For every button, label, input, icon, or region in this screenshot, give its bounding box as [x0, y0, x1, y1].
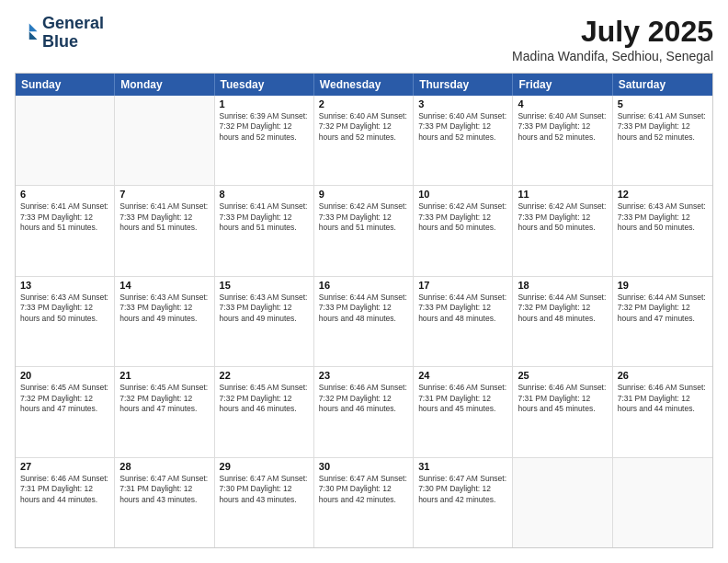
day-info: Sunrise: 6:40 AM Sunset: 7:32 PM Dayligh… [319, 111, 408, 143]
day-info: Sunrise: 6:43 AM Sunset: 7:33 PM Dayligh… [618, 201, 708, 233]
calendar-empty-cell [115, 96, 214, 185]
day-number: 10 [418, 189, 507, 200]
calendar-day-21: 21Sunrise: 6:45 AM Sunset: 7:32 PM Dayli… [115, 367, 214, 456]
calendar-body: 1Sunrise: 6:39 AM Sunset: 7:32 PM Daylig… [16, 96, 712, 547]
calendar-day-7: 7Sunrise: 6:41 AM Sunset: 7:33 PM Daylig… [115, 186, 214, 275]
day-number: 16 [319, 280, 408, 291]
calendar-day-31: 31Sunrise: 6:47 AM Sunset: 7:30 PM Dayli… [414, 458, 513, 547]
calendar-day-18: 18Sunrise: 6:44 AM Sunset: 7:32 PM Dayli… [513, 277, 612, 366]
day-number: 11 [518, 189, 607, 200]
svg-marker-0 [29, 23, 38, 31]
day-info: Sunrise: 6:44 AM Sunset: 7:33 PM Dayligh… [319, 293, 408, 324]
calendar-day-28: 28Sunrise: 6:47 AM Sunset: 7:31 PM Dayli… [115, 458, 214, 547]
calendar-day-17: 17Sunrise: 6:44 AM Sunset: 7:33 PM Dayli… [414, 277, 513, 366]
day-info: Sunrise: 6:47 AM Sunset: 7:31 PM Dayligh… [119, 474, 209, 505]
day-number: 15 [220, 280, 309, 291]
day-info: Sunrise: 6:43 AM Sunset: 7:33 PM Dayligh… [220, 293, 309, 324]
title-block: July 2025 Madina Wandifa, Sedhiou, Seneg… [512, 15, 713, 63]
calendar-day-4: 4Sunrise: 6:40 AM Sunset: 7:33 PM Daylig… [513, 96, 612, 185]
day-number: 29 [220, 461, 309, 472]
header-cell-friday: Friday [513, 74, 612, 96]
calendar-day-29: 29Sunrise: 6:47 AM Sunset: 7:30 PM Dayli… [215, 458, 314, 547]
calendar-empty-cell [16, 96, 115, 185]
day-number: 31 [418, 461, 507, 472]
header-cell-wednesday: Wednesday [314, 74, 414, 96]
header-cell-saturday: Saturday [613, 74, 712, 96]
calendar-day-22: 22Sunrise: 6:45 AM Sunset: 7:32 PM Dayli… [215, 367, 314, 456]
day-number: 28 [119, 461, 209, 472]
day-info: Sunrise: 6:45 AM Sunset: 7:32 PM Dayligh… [20, 383, 109, 414]
calendar-day-8: 8Sunrise: 6:41 AM Sunset: 7:33 PM Daylig… [215, 186, 314, 275]
header-cell-monday: Monday [115, 74, 214, 96]
day-info: Sunrise: 6:43 AM Sunset: 7:33 PM Dayligh… [20, 293, 109, 324]
calendar-day-1: 1Sunrise: 6:39 AM Sunset: 7:32 PM Daylig… [215, 96, 314, 185]
calendar-day-14: 14Sunrise: 6:43 AM Sunset: 7:33 PM Dayli… [115, 277, 214, 366]
calendar-day-6: 6Sunrise: 6:41 AM Sunset: 7:33 PM Daylig… [16, 186, 115, 275]
day-number: 7 [119, 189, 209, 200]
day-number: 5 [618, 98, 708, 109]
day-number: 24 [418, 370, 507, 381]
day-info: Sunrise: 6:47 AM Sunset: 7:30 PM Dayligh… [319, 474, 408, 505]
day-info: Sunrise: 6:45 AM Sunset: 7:32 PM Dayligh… [220, 383, 309, 414]
day-number: 12 [618, 189, 708, 200]
location-title: Madina Wandifa, Sedhiou, Senegal [512, 49, 713, 63]
day-number: 13 [20, 280, 109, 291]
day-number: 25 [518, 370, 607, 381]
day-number: 30 [319, 461, 408, 472]
calendar-empty-cell [613, 458, 712, 547]
calendar-day-25: 25Sunrise: 6:46 AM Sunset: 7:31 PM Dayli… [513, 367, 612, 456]
calendar-header: SundayMondayTuesdayWednesdayThursdayFrid… [16, 74, 712, 96]
day-info: Sunrise: 6:45 AM Sunset: 7:32 PM Dayligh… [119, 383, 209, 414]
calendar-day-23: 23Sunrise: 6:46 AM Sunset: 7:32 PM Dayli… [314, 367, 414, 456]
calendar-day-16: 16Sunrise: 6:44 AM Sunset: 7:33 PM Dayli… [314, 277, 414, 366]
header-cell-sunday: Sunday [16, 74, 115, 96]
calendar-day-30: 30Sunrise: 6:47 AM Sunset: 7:30 PM Dayli… [314, 458, 414, 547]
calendar-week-5: 27Sunrise: 6:46 AM Sunset: 7:31 PM Dayli… [16, 458, 712, 547]
calendar-day-19: 19Sunrise: 6:44 AM Sunset: 7:32 PM Dayli… [613, 277, 712, 366]
day-info: Sunrise: 6:46 AM Sunset: 7:32 PM Dayligh… [319, 383, 408, 414]
header-cell-thursday: Thursday [414, 74, 513, 96]
calendar-day-13: 13Sunrise: 6:43 AM Sunset: 7:33 PM Dayli… [16, 277, 115, 366]
svg-marker-1 [29, 31, 38, 40]
day-number: 3 [418, 98, 507, 109]
logo-icon [15, 20, 40, 46]
calendar-week-4: 20Sunrise: 6:45 AM Sunset: 7:32 PM Dayli… [16, 367, 712, 457]
calendar-day-20: 20Sunrise: 6:45 AM Sunset: 7:32 PM Dayli… [16, 367, 115, 456]
calendar: SundayMondayTuesdayWednesdayThursdayFrid… [15, 73, 713, 548]
month-title: July 2025 [512, 15, 713, 49]
calendar-day-12: 12Sunrise: 6:43 AM Sunset: 7:33 PM Dayli… [613, 186, 712, 275]
logo-line1: General [42, 15, 104, 33]
calendar-day-27: 27Sunrise: 6:46 AM Sunset: 7:31 PM Dayli… [16, 458, 115, 547]
day-number: 1 [220, 98, 309, 109]
calendar-empty-cell [513, 458, 612, 547]
calendar-day-2: 2Sunrise: 6:40 AM Sunset: 7:32 PM Daylig… [314, 96, 414, 185]
day-info: Sunrise: 6:41 AM Sunset: 7:33 PM Dayligh… [119, 201, 209, 233]
day-info: Sunrise: 6:42 AM Sunset: 7:33 PM Dayligh… [418, 201, 507, 233]
day-number: 21 [119, 370, 209, 381]
day-info: Sunrise: 6:41 AM Sunset: 7:33 PM Dayligh… [20, 201, 109, 233]
day-info: Sunrise: 6:40 AM Sunset: 7:33 PM Dayligh… [418, 111, 507, 143]
day-number: 22 [220, 370, 309, 381]
day-info: Sunrise: 6:47 AM Sunset: 7:30 PM Dayligh… [418, 474, 507, 505]
day-info: Sunrise: 6:41 AM Sunset: 7:33 PM Dayligh… [220, 201, 309, 233]
calendar-day-15: 15Sunrise: 6:43 AM Sunset: 7:33 PM Dayli… [215, 277, 314, 366]
day-info: Sunrise: 6:44 AM Sunset: 7:32 PM Dayligh… [618, 293, 708, 324]
day-number: 23 [319, 370, 408, 381]
calendar-day-24: 24Sunrise: 6:46 AM Sunset: 7:31 PM Dayli… [414, 367, 513, 456]
day-info: Sunrise: 6:44 AM Sunset: 7:32 PM Dayligh… [518, 293, 607, 324]
header: General Blue July 2025 Madina Wandifa, S… [15, 15, 713, 63]
calendar-day-11: 11Sunrise: 6:42 AM Sunset: 7:33 PM Dayli… [513, 186, 612, 275]
logo-text: General Blue [42, 15, 104, 52]
calendar-week-3: 13Sunrise: 6:43 AM Sunset: 7:33 PM Dayli… [16, 277, 712, 367]
day-number: 18 [518, 280, 607, 291]
day-info: Sunrise: 6:43 AM Sunset: 7:33 PM Dayligh… [119, 293, 209, 324]
calendar-day-5: 5Sunrise: 6:41 AM Sunset: 7:33 PM Daylig… [613, 96, 712, 185]
day-number: 20 [20, 370, 109, 381]
header-cell-tuesday: Tuesday [215, 74, 314, 96]
calendar-day-10: 10Sunrise: 6:42 AM Sunset: 7:33 PM Dayli… [414, 186, 513, 275]
day-number: 17 [418, 280, 507, 291]
calendar-day-9: 9Sunrise: 6:42 AM Sunset: 7:33 PM Daylig… [314, 186, 414, 275]
day-info: Sunrise: 6:40 AM Sunset: 7:33 PM Dayligh… [518, 111, 607, 143]
day-number: 14 [119, 280, 209, 291]
day-info: Sunrise: 6:42 AM Sunset: 7:33 PM Dayligh… [518, 201, 607, 233]
